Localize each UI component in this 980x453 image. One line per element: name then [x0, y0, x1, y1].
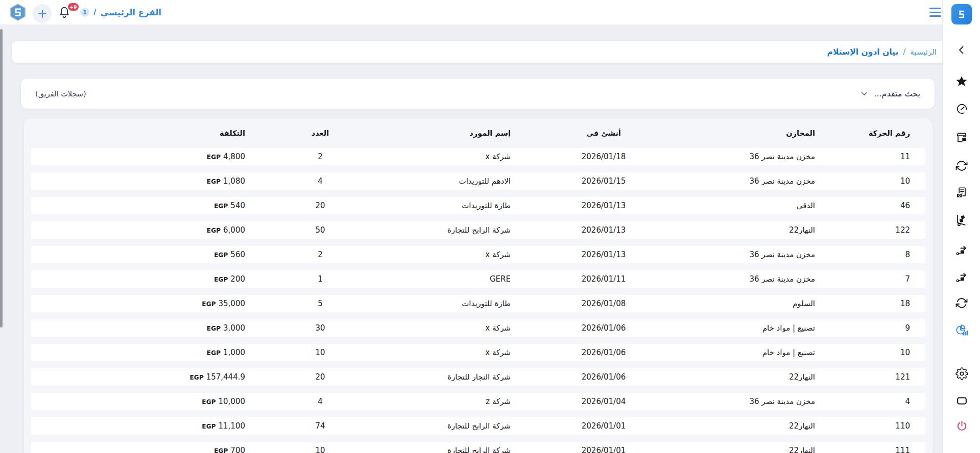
cell-movement-id: 18 — [839, 295, 925, 312]
sidebar-item-dashboard[interactable] — [951, 98, 972, 119]
icon-sidebar — [942, 0, 980, 453]
notification-count-badge: +9 — [67, 2, 80, 12]
sidebar-item-invoices[interactable] — [951, 183, 972, 203]
sidebar-item-pos[interactable] — [951, 128, 972, 148]
sidebar-item-reports-active[interactable] — [951, 320, 972, 340]
breadcrumb-home-link[interactable]: الرئيسية — [910, 47, 937, 57]
sidebar-item-transfer-out[interactable] — [951, 240, 972, 260]
cell-warehouse: النهار22 — [690, 417, 839, 435]
table-row[interactable]: 9تصنيع | مواد خام2026/01/06شركة x30EGP 3… — [31, 319, 925, 337]
table-row[interactable]: 121النهار222026/01/06شركة النجار للتجارة… — [31, 368, 925, 386]
cell-cost: EGP 10,000 — [31, 393, 267, 410]
cell-quantity: 30 — [267, 319, 389, 337]
cell-quantity: 10 — [267, 442, 389, 453]
table-row[interactable]: 8مخزن مدينة نصر 362026/01/13شركة x2EGP 5… — [31, 246, 925, 263]
currency-label: EGP — [214, 203, 228, 210]
sidebar-item-sync[interactable] — [951, 156, 972, 176]
cell-created-at: 2026/01/13 — [537, 221, 690, 239]
handtruck-icon — [955, 214, 968, 227]
cell-cost: EGP 6,000 — [31, 221, 267, 239]
sidebar-app-logo[interactable] — [951, 4, 972, 24]
col-header-supplier: إسم المورد — [389, 125, 537, 141]
cell-created-at: 2026/01/08 — [537, 295, 690, 312]
cell-supplier: الادهم للتوريدات — [389, 172, 537, 190]
cell-created-at: 2026/01/11 — [537, 270, 690, 288]
favorites-star-icon — [955, 75, 968, 88]
sidebar-item-settings[interactable] — [951, 363, 972, 384]
cell-movement-id: 10 — [839, 172, 925, 190]
sidebar-item-favorites[interactable] — [951, 71, 972, 92]
sidebar-item-sync-2[interactable] — [951, 293, 972, 313]
cost-amount: 560 — [228, 250, 245, 259]
cell-supplier: شركة x — [389, 148, 537, 165]
cell-movement-id: 4 — [839, 393, 925, 410]
advanced-search-label: بحث متقدم... — [874, 89, 920, 98]
menu-toggle-button[interactable] — [929, 8, 941, 17]
app-logo[interactable] — [8, 3, 28, 22]
breadcrumb-separator: / — [903, 47, 905, 57]
cell-cost: EGP 157,444.9 — [31, 368, 267, 386]
cell-movement-id: 121 — [839, 368, 925, 386]
cell-supplier: شركة النجار للتجارة — [389, 368, 537, 386]
cell-quantity: 2 — [267, 148, 389, 165]
table-row[interactable]: 46الدقى2026/01/13طازة للتوريدات20EGP 540 — [31, 197, 925, 214]
table-row[interactable]: 110النهار222026/01/01شركة الرابح للتجارة… — [31, 417, 925, 435]
cell-quantity: 2 — [267, 246, 389, 263]
sidebar-item-transfer-in[interactable] — [951, 267, 972, 287]
vertical-scrollbar[interactable] — [0, 29, 3, 328]
sidebar-item-receiving[interactable] — [951, 210, 972, 231]
transfer-out-icon — [955, 243, 968, 257]
cell-cost: EGP 3,000 — [31, 319, 267, 337]
cell-created-at: 2026/01/04 — [537, 393, 690, 410]
branch-separator: / — [93, 8, 96, 17]
cell-cost: EGP 4,800 — [31, 148, 267, 165]
table-row[interactable]: 11مخزن مدينة نصر 362026/01/18شركة x2EGP … — [31, 148, 925, 165]
currency-label: EGP — [214, 447, 228, 453]
cell-movement-id: 10 — [839, 344, 925, 361]
col-header-movement-id: رقم الحركة — [839, 125, 925, 141]
table-row[interactable]: 18السلوم2026/01/08طازة للتوريدات5EGP 35,… — [31, 295, 925, 312]
currency-label: EGP — [214, 251, 228, 259]
branch-selector[interactable]: الفرع الرئيسي / 1 — [80, 0, 161, 24]
sidebar-logout-button[interactable] — [951, 416, 972, 436]
sidebar-item-window[interactable] — [951, 390, 972, 411]
col-header-created-at: أنشئ فى — [537, 125, 690, 141]
receipts-table-card: رقم الحركة المخازن أنشئ فى إسم المورد ال… — [24, 118, 933, 453]
sidebar-collapse-button[interactable] — [951, 40, 972, 60]
topbar: +9 الفرع الرئيسي / 1 — [0, 0, 980, 24]
col-header-quantity: العدد — [267, 125, 389, 141]
currency-label: EGP — [202, 300, 216, 308]
notifications-button[interactable]: +9 — [57, 5, 74, 22]
currency-label: EGP — [207, 325, 221, 332]
dashboard-gauge-icon — [955, 103, 968, 115]
power-icon — [955, 420, 968, 433]
cell-warehouse: النهار22 — [690, 442, 839, 453]
col-header-warehouse: المخازن — [690, 125, 839, 141]
cell-supplier: شركة x — [389, 344, 537, 361]
invoice-cash-icon — [955, 186, 968, 199]
currency-label: EGP — [207, 154, 221, 161]
cell-supplier: شركة الرابح للتجارة — [389, 442, 537, 453]
table-row[interactable]: 4مخزن مدينة نصر 362026/01/04شركة z4EGP 1… — [31, 393, 925, 410]
table-row[interactable]: 10مخزن مدينة نصر 362026/01/15الادهم للتو… — [31, 172, 925, 190]
cell-quantity: 5 — [267, 295, 389, 312]
branch-title: الفرع الرئيسي — [100, 8, 161, 17]
cell-movement-id: 111 — [839, 442, 925, 453]
advanced-search-panel[interactable]: بحث متقدم... (سجلات الفريق) — [21, 79, 935, 109]
cell-supplier: طازة للتوريدات — [389, 295, 537, 312]
cost-amount: 1,080 — [221, 177, 245, 186]
currency-label: EGP — [189, 374, 203, 381]
table-row[interactable]: 111النهار222026/01/01شركة الرابح للتجارة… — [31, 442, 925, 453]
table-row[interactable]: 10تصنيع | مواد خام2026/01/06شركة x10EGP … — [31, 344, 925, 361]
reports-pie-chart-icon — [955, 324, 969, 337]
cell-quantity: 4 — [267, 393, 389, 410]
cost-amount: 540 — [228, 201, 245, 210]
advanced-search-toggle[interactable]: بحث متقدم... — [860, 89, 920, 98]
add-button[interactable] — [33, 4, 52, 23]
table-row[interactable]: 122النهار222026/01/13شركة الرابح للتجارة… — [31, 221, 925, 239]
col-header-cost: التكلفة — [31, 125, 267, 141]
cell-quantity: 20 — [267, 368, 389, 386]
breadcrumb: الرئيسية / بيان اذون الإستلام — [12, 41, 950, 63]
cost-amount: 200 — [228, 274, 245, 284]
table-row[interactable]: 7مخزن مدينة نصر 362026/01/11GERE1EGP 200 — [31, 270, 925, 288]
